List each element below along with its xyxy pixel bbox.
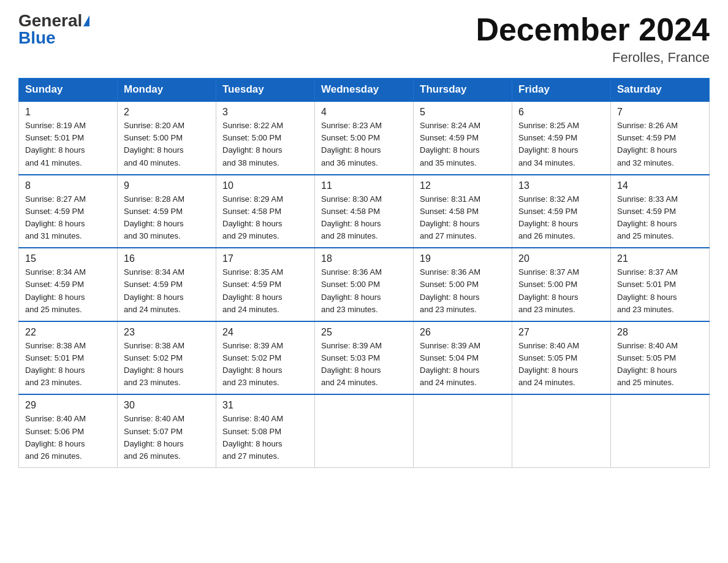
calendar-cell: 9Sunrise: 8:28 AMSunset: 4:59 PMDaylight… xyxy=(118,175,216,248)
calendar-cell xyxy=(512,394,611,467)
calendar-week-row: 15Sunrise: 8:34 AMSunset: 4:59 PMDayligh… xyxy=(19,248,710,321)
logo-general-text: General xyxy=(18,12,82,29)
day-info: Sunrise: 8:33 AMSunset: 4:59 PMDaylight:… xyxy=(617,193,703,243)
calendar-cell: 16Sunrise: 8:34 AMSunset: 4:59 PMDayligh… xyxy=(118,248,216,321)
day-info: Sunrise: 8:39 AMSunset: 5:03 PMDaylight:… xyxy=(321,340,407,389)
day-info: Sunrise: 8:37 AMSunset: 5:00 PMDaylight:… xyxy=(518,266,604,316)
day-of-week-header: Friday xyxy=(512,79,611,102)
calendar-cell: 5Sunrise: 8:24 AMSunset: 4:59 PMDaylight… xyxy=(414,101,512,175)
day-info: Sunrise: 8:40 AMSunset: 5:07 PMDaylight:… xyxy=(124,413,210,462)
day-of-week-header: Tuesday xyxy=(216,79,315,102)
day-info: Sunrise: 8:29 AMSunset: 4:58 PMDaylight:… xyxy=(222,193,308,243)
calendar-cell: 17Sunrise: 8:35 AMSunset: 4:59 PMDayligh… xyxy=(216,248,315,321)
day-number: 27 xyxy=(518,327,604,338)
calendar-cell: 11Sunrise: 8:30 AMSunset: 4:58 PMDayligh… xyxy=(315,175,414,248)
day-number: 15 xyxy=(25,253,111,264)
day-number: 25 xyxy=(321,327,407,338)
day-info: Sunrise: 8:22 AMSunset: 5:00 PMDaylight:… xyxy=(222,120,308,169)
month-title: December 2024 xyxy=(476,12,710,47)
calendar-cell: 15Sunrise: 8:34 AMSunset: 4:59 PMDayligh… xyxy=(19,248,118,321)
calendar-cell: 1Sunrise: 8:19 AMSunset: 5:01 PMDaylight… xyxy=(19,101,118,175)
day-info: Sunrise: 8:28 AMSunset: 4:59 PMDaylight:… xyxy=(124,193,210,243)
logo-blue-text: Blue xyxy=(18,29,56,47)
calendar-cell: 29Sunrise: 8:40 AMSunset: 5:06 PMDayligh… xyxy=(19,394,118,467)
day-number: 1 xyxy=(25,107,111,118)
day-number: 4 xyxy=(321,107,407,118)
calendar-table: SundayMondayTuesdayWednesdayThursdayFrid… xyxy=(18,78,710,468)
calendar-cell: 6Sunrise: 8:25 AMSunset: 4:59 PMDaylight… xyxy=(512,101,611,175)
calendar-cell: 25Sunrise: 8:39 AMSunset: 5:03 PMDayligh… xyxy=(315,321,414,395)
calendar-cell: 30Sunrise: 8:40 AMSunset: 5:07 PMDayligh… xyxy=(118,394,216,467)
calendar-cell: 31Sunrise: 8:40 AMSunset: 5:08 PMDayligh… xyxy=(216,394,315,467)
day-number: 3 xyxy=(222,107,308,118)
day-number: 24 xyxy=(222,327,308,338)
day-info: Sunrise: 8:35 AMSunset: 4:59 PMDaylight:… xyxy=(222,266,308,316)
day-of-week-header: Saturday xyxy=(611,79,710,102)
calendar-cell: 10Sunrise: 8:29 AMSunset: 4:58 PMDayligh… xyxy=(216,175,315,248)
day-info: Sunrise: 8:34 AMSunset: 4:59 PMDaylight:… xyxy=(25,266,111,316)
calendar-cell xyxy=(414,394,512,467)
calendar-week-row: 1Sunrise: 8:19 AMSunset: 5:01 PMDaylight… xyxy=(19,101,710,175)
day-info: Sunrise: 8:30 AMSunset: 4:58 PMDaylight:… xyxy=(321,193,407,243)
calendar-cell: 3Sunrise: 8:22 AMSunset: 5:00 PMDaylight… xyxy=(216,101,315,175)
day-number: 31 xyxy=(222,400,308,411)
day-number: 29 xyxy=(25,400,111,411)
calendar-cell: 21Sunrise: 8:37 AMSunset: 5:01 PMDayligh… xyxy=(611,248,710,321)
day-info: Sunrise: 8:25 AMSunset: 4:59 PMDaylight:… xyxy=(518,120,604,169)
day-number: 18 xyxy=(321,253,407,264)
day-number: 10 xyxy=(222,180,308,191)
day-number: 16 xyxy=(124,253,210,264)
calendar-cell: 22Sunrise: 8:38 AMSunset: 5:01 PMDayligh… xyxy=(19,321,118,395)
day-info: Sunrise: 8:34 AMSunset: 4:59 PMDaylight:… xyxy=(124,266,210,316)
day-number: 23 xyxy=(124,327,210,338)
day-of-week-header: Sunday xyxy=(19,79,118,102)
calendar-week-row: 8Sunrise: 8:27 AMSunset: 4:59 PMDaylight… xyxy=(19,175,710,248)
day-number: 7 xyxy=(617,107,703,118)
calendar-week-row: 22Sunrise: 8:38 AMSunset: 5:01 PMDayligh… xyxy=(19,321,710,395)
day-info: Sunrise: 8:39 AMSunset: 5:02 PMDaylight:… xyxy=(222,340,308,389)
day-number: 13 xyxy=(518,180,604,191)
day-info: Sunrise: 8:27 AMSunset: 4:59 PMDaylight:… xyxy=(25,193,111,243)
calendar-cell: 2Sunrise: 8:20 AMSunset: 5:00 PMDaylight… xyxy=(118,101,216,175)
day-number: 17 xyxy=(222,253,308,264)
day-info: Sunrise: 8:39 AMSunset: 5:04 PMDaylight:… xyxy=(420,340,506,389)
calendar-cell: 24Sunrise: 8:39 AMSunset: 5:02 PMDayligh… xyxy=(216,321,315,395)
day-info: Sunrise: 8:36 AMSunset: 5:00 PMDaylight:… xyxy=(321,266,407,316)
calendar-cell xyxy=(315,394,414,467)
logo: General Blue xyxy=(18,12,89,47)
day-info: Sunrise: 8:36 AMSunset: 5:00 PMDaylight:… xyxy=(420,266,506,316)
day-info: Sunrise: 8:40 AMSunset: 5:06 PMDaylight:… xyxy=(25,413,111,462)
day-number: 30 xyxy=(124,400,210,411)
day-info: Sunrise: 8:19 AMSunset: 5:01 PMDaylight:… xyxy=(25,120,111,169)
calendar-week-row: 29Sunrise: 8:40 AMSunset: 5:06 PMDayligh… xyxy=(19,394,710,467)
day-number: 9 xyxy=(124,180,210,191)
calendar-header-row: SundayMondayTuesdayWednesdayThursdayFrid… xyxy=(19,79,710,102)
calendar-cell: 27Sunrise: 8:40 AMSunset: 5:05 PMDayligh… xyxy=(512,321,611,395)
calendar-cell: 20Sunrise: 8:37 AMSunset: 5:00 PMDayligh… xyxy=(512,248,611,321)
day-info: Sunrise: 8:23 AMSunset: 5:00 PMDaylight:… xyxy=(321,120,407,169)
calendar-cell: 8Sunrise: 8:27 AMSunset: 4:59 PMDaylight… xyxy=(19,175,118,248)
day-number: 26 xyxy=(420,327,506,338)
calendar-cell: 7Sunrise: 8:26 AMSunset: 4:59 PMDaylight… xyxy=(611,101,710,175)
day-number: 8 xyxy=(25,180,111,191)
day-info: Sunrise: 8:38 AMSunset: 5:02 PMDaylight:… xyxy=(124,340,210,389)
calendar-cell: 14Sunrise: 8:33 AMSunset: 4:59 PMDayligh… xyxy=(611,175,710,248)
day-info: Sunrise: 8:20 AMSunset: 5:00 PMDaylight:… xyxy=(124,120,210,169)
day-info: Sunrise: 8:32 AMSunset: 4:59 PMDaylight:… xyxy=(518,193,604,243)
day-number: 14 xyxy=(617,180,703,191)
day-of-week-header: Thursday xyxy=(414,79,512,102)
calendar-cell: 12Sunrise: 8:31 AMSunset: 4:58 PMDayligh… xyxy=(414,175,512,248)
day-info: Sunrise: 8:40 AMSunset: 5:05 PMDaylight:… xyxy=(518,340,604,389)
day-info: Sunrise: 8:26 AMSunset: 4:59 PMDaylight:… xyxy=(617,120,703,169)
day-info: Sunrise: 8:40 AMSunset: 5:08 PMDaylight:… xyxy=(222,413,308,462)
day-info: Sunrise: 8:24 AMSunset: 4:59 PMDaylight:… xyxy=(420,120,506,169)
day-number: 5 xyxy=(420,107,506,118)
day-of-week-header: Monday xyxy=(118,79,216,102)
day-info: Sunrise: 8:37 AMSunset: 5:01 PMDaylight:… xyxy=(617,266,703,316)
logo-triangle-icon xyxy=(83,15,89,26)
day-number: 21 xyxy=(617,253,703,264)
title-section: December 2024 Ferolles, France xyxy=(476,12,710,66)
calendar-cell: 19Sunrise: 8:36 AMSunset: 5:00 PMDayligh… xyxy=(414,248,512,321)
page-header: General Blue December 2024 Ferolles, Fra… xyxy=(18,12,710,66)
day-number: 28 xyxy=(617,327,703,338)
